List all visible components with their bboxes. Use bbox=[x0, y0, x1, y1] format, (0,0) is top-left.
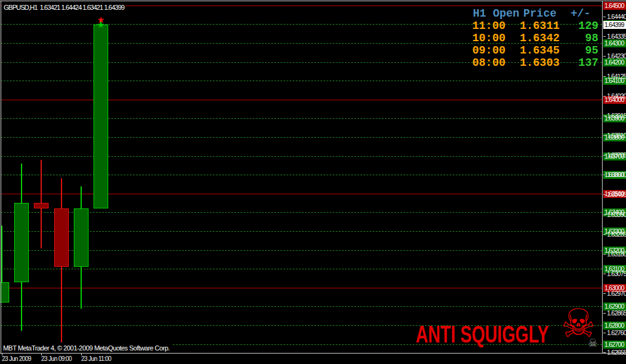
grid-level-line bbox=[1, 81, 602, 81]
grid-level-line bbox=[1, 137, 602, 138]
price-axis[interactable]: 1.645001.644001.643001.642001.641001.640… bbox=[603, 0, 626, 354]
row-time: 10:00 bbox=[458, 32, 505, 44]
price-axis-tick bbox=[603, 56, 606, 57]
watermark-text: ANTI SQUIGGLY bbox=[416, 323, 549, 346]
price-axis-label: 1.63075 bbox=[607, 271, 626, 277]
price-axis-label: 1.63600 bbox=[607, 172, 626, 178]
chart-border-left bbox=[1, 1, 1, 353]
mt4-chart-window: GBPUSD,H1 1.63421 1.64424 1.63421 1.6439… bbox=[0, 0, 626, 364]
row-change: 129 bbox=[560, 20, 598, 32]
table-row: 09:00 1.6345 95 bbox=[458, 44, 598, 57]
price-axis-tick bbox=[603, 215, 606, 215]
grid-level-line bbox=[1, 231, 602, 232]
row-change: 98 bbox=[560, 32, 598, 44]
price-axis-tick bbox=[603, 234, 606, 235]
price-axis-label: 1.63705 bbox=[607, 152, 626, 159]
price-axis-label: 1.63495 bbox=[607, 191, 626, 198]
price-axis-tick bbox=[603, 333, 606, 333]
row-time: 11:00 bbox=[458, 20, 505, 32]
row-open: 1.6303 bbox=[505, 57, 560, 69]
price-axis-label: 1.62970 bbox=[607, 290, 626, 297]
header-change: +/- bbox=[571, 7, 590, 20]
grid-level-line bbox=[1, 156, 602, 157]
resistance-line bbox=[1, 288, 602, 288]
price-axis-tick bbox=[603, 96, 606, 97]
grid-level-line bbox=[1, 250, 602, 251]
price-level-box: 1.62700 bbox=[603, 341, 626, 349]
price-axis-label: 1.62865 bbox=[607, 310, 626, 317]
grid-level-line bbox=[1, 212, 602, 213]
price-axis-label: 1.63285 bbox=[607, 231, 626, 238]
time-axis-label: 23 Jun 2009 bbox=[2, 355, 31, 362]
row-time: 09:00 bbox=[458, 44, 505, 57]
row-open: 1.6342 bbox=[505, 32, 560, 44]
candle-body bbox=[93, 25, 108, 208]
price-axis-label: 1.63180 bbox=[607, 251, 626, 258]
price-axis-tick bbox=[603, 116, 606, 116]
grid-level-line bbox=[1, 306, 602, 307]
candle-body bbox=[54, 208, 69, 267]
time-axis[interactable]: 23 Jun 200923 Jun 09:0023 Jun 11:00 bbox=[0, 354, 626, 364]
price-axis-tick bbox=[603, 352, 606, 353]
grid-level-line bbox=[1, 175, 602, 175]
price-axis-label: 1.64335 bbox=[607, 33, 626, 40]
table-row: 10:00 1.6342 98 bbox=[458, 32, 598, 44]
candle-body bbox=[34, 203, 49, 208]
price-axis-tick bbox=[603, 17, 606, 17]
price-axis-tick bbox=[603, 135, 606, 136]
price-axis-label: 1.63810 bbox=[607, 132, 626, 139]
candle-body bbox=[0, 282, 9, 303]
header-period: H1 Open bbox=[473, 7, 520, 20]
small-skull-icon: ☠ bbox=[588, 338, 598, 349]
grid-level-line bbox=[1, 118, 602, 119]
price-axis-tick bbox=[603, 175, 606, 175]
time-axis-label: 23 Jun 11:00 bbox=[81, 355, 111, 362]
price-axis-label: 1.62760 bbox=[607, 330, 626, 336]
row-open: 1.6311 bbox=[505, 20, 560, 32]
grid-level-line bbox=[1, 269, 602, 269]
resistance-line bbox=[1, 100, 602, 100]
price-axis-tick bbox=[603, 254, 606, 255]
price-axis-tick bbox=[603, 313, 606, 314]
candle-body bbox=[74, 208, 89, 267]
table-row: 11:00 1.6311 129 bbox=[458, 20, 598, 32]
table-row: 08:00 1.6303 137 bbox=[458, 57, 598, 69]
row-time: 08:00 bbox=[458, 57, 505, 69]
price-axis-label: 1.64020 bbox=[607, 93, 626, 100]
price-axis-tick bbox=[603, 274, 606, 274]
row-change: 137 bbox=[560, 57, 598, 69]
price-axis-tick bbox=[603, 293, 606, 294]
time-axis-label: 23 Jun 09:00 bbox=[41, 355, 71, 362]
price-axis-label: 1.63915 bbox=[607, 113, 626, 119]
star-marker: ★ bbox=[96, 20, 106, 29]
price-axis-label: 1.63390 bbox=[607, 212, 626, 218]
price-axis-label: 1.64440 bbox=[607, 14, 626, 20]
price-axis-tick bbox=[603, 194, 606, 195]
candle-body bbox=[14, 203, 29, 282]
chart-title-ohlc: GBPUSD,H1 1.63421 1.64424 1.63421 1.6439… bbox=[2, 4, 125, 11]
price-axis-tick bbox=[603, 76, 606, 77]
copyright-text: MBT MetaTrader 4, © 2001-2009 MetaQuotes… bbox=[1, 344, 172, 352]
price-axis-label: 1.64125 bbox=[607, 73, 626, 80]
price-level-box: 1.64300 bbox=[603, 39, 626, 47]
current-price-box: 1.64399 bbox=[603, 21, 626, 29]
row-change: 95 bbox=[560, 44, 598, 57]
price-axis-tick bbox=[603, 36, 606, 37]
price-axis-label: 1.64230 bbox=[607, 53, 626, 60]
price-level-box: 1.64500 bbox=[603, 2, 626, 10]
header-price: Price bbox=[523, 7, 557, 20]
resistance-line bbox=[1, 194, 602, 194]
price-axis-tick bbox=[603, 155, 606, 156]
row-open: 1.6345 bbox=[505, 44, 560, 57]
chart-border-top bbox=[0, 1, 626, 1]
